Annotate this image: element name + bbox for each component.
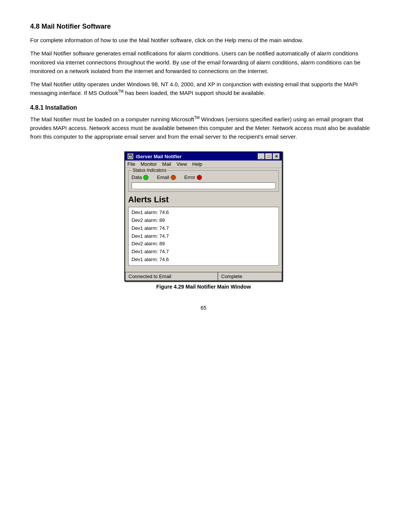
paragraph-4: The Mail Notifier must be loaded on a co…: [30, 115, 377, 141]
paragraph-1: For complete information of how to use t…: [30, 36, 377, 44]
window-menubar: File Monitor Mail View Help: [125, 161, 282, 168]
alerts-list-box: Dev1 alarm: 74.6 Dev2 alarm: 89 Dev1 ala…: [128, 207, 279, 266]
list-item: Dev1 alarm: 74.6: [132, 256, 275, 264]
status-indicators-row: Data Email Error: [132, 172, 275, 180]
status-indicators-group: Status Indicators Data Email Error: [128, 170, 279, 192]
status-email: Email: [157, 174, 176, 180]
list-item: Dev2 alarm: 89: [132, 240, 275, 248]
para4-text-1: The Mail Notifier must be loaded on a co…: [30, 116, 194, 122]
window-title: iServer Mail Notifier: [136, 154, 182, 159]
trademark-1: TM: [118, 89, 123, 93]
list-item: Dev1 alarm: 74.7: [132, 225, 275, 232]
alerts-title: Alerts List: [128, 195, 279, 205]
para3-text-2: has been loaded, the MAPI support should…: [124, 90, 265, 96]
window-screenshot-container: iServer Mail Notifier _ □ ✕ File Monitor…: [30, 151, 377, 290]
page-number: 65: [30, 305, 377, 311]
menu-view[interactable]: View: [176, 161, 187, 167]
window-body: Status Indicators Data Email Error: [125, 168, 282, 272]
list-item: Dev1 alarm: 74.6: [132, 209, 275, 217]
trademark-2: TM: [194, 116, 199, 120]
status-complete: Complete: [218, 272, 282, 281]
data-label: Data: [132, 174, 142, 180]
sub-heading-installation: 4.8.1 Installation: [30, 104, 377, 111]
data-dot: [143, 175, 148, 180]
menu-mail[interactable]: Mail: [162, 161, 171, 167]
menu-monitor[interactable]: Monitor: [141, 161, 157, 167]
status-data: Data: [132, 174, 148, 180]
email-dot: [171, 175, 176, 180]
close-button[interactable]: ✕: [273, 153, 280, 159]
window-controls[interactable]: _ □ ✕: [258, 153, 280, 159]
error-label: Error: [184, 174, 195, 180]
section-heading: 4.8 Mail Notifier Software: [30, 23, 377, 31]
status-connected: Connected to Email: [125, 272, 218, 281]
window-app-icon: [127, 153, 133, 159]
iserver-mail-notifier-window: iServer Mail Notifier _ □ ✕ File Monitor…: [124, 151, 283, 281]
menu-file[interactable]: File: [127, 161, 135, 167]
error-dot: [197, 175, 202, 180]
maximize-button[interactable]: □: [265, 153, 272, 159]
minimize-button[interactable]: _: [258, 153, 265, 159]
paragraph-3: The Mail Notifier utility operates under…: [30, 80, 377, 98]
window-statusbar: Connected to Email Complete: [125, 272, 282, 281]
status-group-label: Status Indicators: [132, 168, 167, 173]
status-error: Error: [184, 174, 202, 180]
menu-help[interactable]: Help: [192, 161, 202, 167]
svg-rect-1: [129, 154, 132, 156]
list-item: Dev2 alarm: 89: [132, 217, 275, 225]
email-label: Email: [157, 174, 169, 180]
titlebar-left: iServer Mail Notifier: [127, 153, 182, 159]
progress-bar: [132, 182, 275, 189]
list-item: Dev1 alarm: 74.7: [132, 232, 275, 240]
list-item: Dev1 alarm: 74.7: [132, 248, 275, 256]
window-titlebar: iServer Mail Notifier _ □ ✕: [125, 152, 282, 161]
figure-caption: Figure 4.29 Mail Notifier Main Window: [156, 284, 251, 290]
paragraph-2: The Mail Notifier software generates ema…: [30, 49, 377, 75]
